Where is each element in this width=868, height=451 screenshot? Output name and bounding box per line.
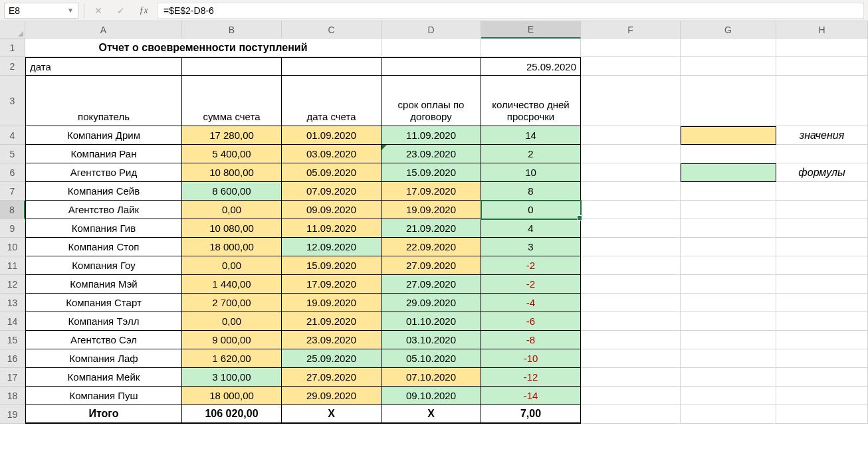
cell-G[interactable] [681,349,776,368]
amount[interactable]: 0,00 [182,256,282,275]
cell-F[interactable] [581,219,681,238]
cell-G[interactable] [681,39,776,57]
overdue-days[interactable]: 10 [481,163,581,182]
cell-G[interactable] [681,76,776,126]
due-date[interactable]: 27.09.2020 [381,275,481,294]
column-header-F[interactable]: F [581,21,681,39]
invoice-date[interactable]: 07.09.2020 [282,182,381,201]
row-header[interactable]: 3 [0,76,25,126]
column-header-C[interactable]: C [282,21,381,39]
cell-H[interactable] [776,182,868,201]
due-date[interactable]: 21.09.2020 [381,219,481,238]
buyer-name[interactable]: Компания Гоу [25,256,182,275]
cell-G[interactable] [681,145,776,163]
invoice-date[interactable]: 23.09.2020 [282,331,381,349]
cell-E[interactable] [481,39,581,57]
total-amount[interactable]: 106 020,00 [182,405,282,424]
row-header[interactable]: 17 [0,368,25,387]
due-date[interactable]: 01.10.2020 [381,312,481,331]
cell-F[interactable] [581,145,681,163]
amount[interactable]: 5 400,00 [182,145,282,163]
cancel-button[interactable]: ✕ [90,3,107,19]
row-header[interactable]: 5 [0,145,25,163]
amount[interactable]: 0,00 [182,312,282,331]
overdue-days[interactable]: -10 [481,349,581,368]
buyer-name[interactable]: Агентство Рид [25,163,182,182]
row-header[interactable]: 16 [0,349,25,368]
row-header[interactable]: 19 [0,405,25,424]
cell-G[interactable] [681,182,776,201]
row-header[interactable]: 2 [0,57,25,76]
cell-C[interactable] [282,57,381,76]
buyer-name[interactable]: Компания Гив [25,219,182,238]
row-header[interactable]: 7 [0,182,25,201]
total-c[interactable]: X [282,405,381,424]
overdue-days[interactable]: -2 [481,275,581,294]
row-header[interactable]: 14 [0,312,25,331]
overdue-days[interactable]: -14 [481,387,581,405]
title-cell[interactable]: Отчет о своевременности поступлений [25,39,381,57]
cell-F[interactable] [581,405,681,424]
cell-H[interactable] [776,201,868,219]
overdue-days[interactable]: 14 [481,126,581,145]
due-date[interactable]: 07.10.2020 [381,368,481,387]
invoice-date[interactable]: 29.09.2020 [282,387,381,405]
cell-F[interactable] [581,368,681,387]
due-date[interactable]: 29.09.2020 [381,294,481,312]
cell-H[interactable] [776,39,868,57]
total-label[interactable]: Итого [25,405,182,424]
buyer-name[interactable]: Компания Ран [25,145,182,163]
due-date[interactable]: 19.09.2020 [381,201,481,219]
cell-G[interactable] [681,57,776,76]
row-header[interactable]: 18 [0,387,25,405]
cell-F[interactable] [581,57,681,76]
due-date[interactable]: 17.09.2020 [381,182,481,201]
invoice-date[interactable]: 03.09.2020 [282,145,381,163]
buyer-name[interactable]: Агентство Сэл [25,331,182,349]
overdue-days[interactable]: 0 [481,201,581,219]
due-date[interactable]: 09.10.2020 [381,387,481,405]
amount[interactable]: 3 100,00 [182,368,282,387]
total-overdue[interactable]: 7,00 [481,405,581,424]
due-date[interactable]: 11.09.2020 [381,126,481,145]
cell-F[interactable] [581,387,681,405]
col-header-due-date[interactable]: срок оплаы по договору [381,76,481,126]
select-all-corner[interactable] [0,21,25,39]
name-box[interactable]: E8 ▼ [4,3,78,19]
amount[interactable]: 10 800,00 [182,163,282,182]
cell-G[interactable] [681,368,776,387]
row-header[interactable]: 15 [0,331,25,349]
invoice-date[interactable]: 11.09.2020 [282,219,381,238]
invoice-date[interactable]: 01.09.2020 [282,126,381,145]
due-date[interactable]: 27.09.2020 [381,256,481,275]
cell-G[interactable] [681,201,776,219]
cell-F[interactable] [581,312,681,331]
due-date[interactable]: 23.09.2020 [381,145,481,163]
cell-F[interactable] [581,238,681,256]
cell-F[interactable] [581,275,681,294]
invoice-date[interactable]: 21.09.2020 [282,312,381,331]
row-header[interactable]: 4 [0,126,25,145]
due-date[interactable]: 05.10.2020 [381,349,481,368]
column-header-B[interactable]: B [182,21,282,39]
cell-H[interactable] [776,275,868,294]
cell-H[interactable] [776,219,868,238]
insert-function-button[interactable]: ƒx [135,3,152,19]
overdue-days[interactable]: 8 [481,182,581,201]
overdue-days[interactable]: 4 [481,219,581,238]
cell-H[interactable] [776,349,868,368]
date-label[interactable]: дата [25,57,182,76]
invoice-date[interactable]: 09.09.2020 [282,201,381,219]
column-header-E[interactable]: E [481,21,581,39]
cell-H[interactable] [776,387,868,405]
cell-G[interactable] [681,275,776,294]
amount[interactable]: 8 600,00 [182,182,282,201]
amount[interactable]: 2 700,00 [182,294,282,312]
buyer-name[interactable]: Компания Пуш [25,387,182,405]
row-header[interactable]: 12 [0,275,25,294]
cell-H[interactable] [776,256,868,275]
cell-D[interactable] [381,57,481,76]
amount[interactable]: 18 000,00 [182,238,282,256]
amount[interactable]: 1 620,00 [182,349,282,368]
buyer-name[interactable]: Компания Лаф [25,349,182,368]
